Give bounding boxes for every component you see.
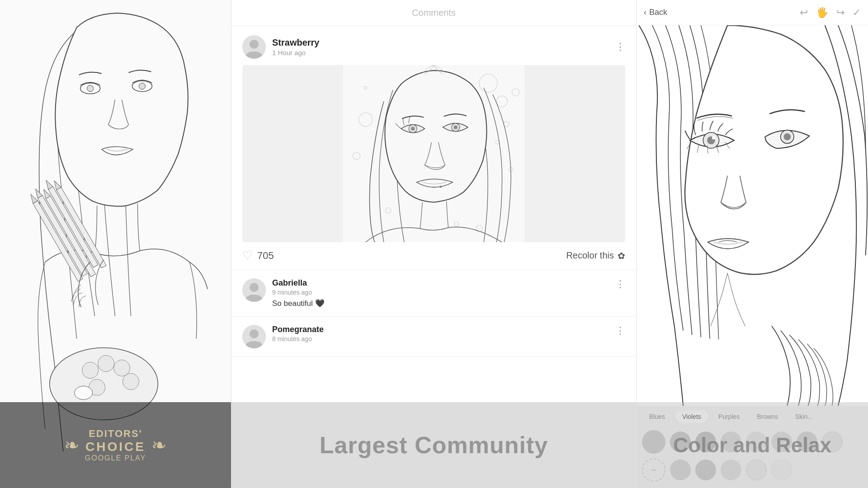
svg-point-45: [250, 329, 259, 338]
swatch-11[interactable]: [746, 460, 767, 480]
custom-color-swatch[interactable]: •••: [642, 458, 665, 482]
comment-avatar-1: [242, 325, 266, 348]
swatch-8[interactable]: [670, 460, 691, 480]
right-panel: ‹ Back ↩ 🖐 ↪ ✓: [637, 0, 868, 488]
color-tab-skin[interactable]: Skin...: [788, 410, 820, 423]
commenter-name-0: Gabriella: [272, 278, 325, 288]
left-panel: ❧ EDITORS' CHOICE GOOGLE PLAY ❧: [0, 0, 231, 488]
editors-choice-badge: ❧ EDITORS' CHOICE GOOGLE PLAY ❧: [0, 402, 231, 488]
comment-time-0: 9 minutes ago: [272, 289, 325, 296]
laurel-left-icon: ❧: [64, 435, 80, 455]
like-area[interactable]: ♡ 705: [242, 249, 274, 263]
swatch-7[interactable]: [822, 432, 843, 452]
like-count: 705: [257, 250, 274, 262]
post-more-icon[interactable]: ⋮: [615, 41, 625, 53]
back-chevron-icon: ‹: [644, 8, 646, 17]
swatch-0[interactable]: [642, 430, 665, 454]
post-username: Strawberry: [272, 38, 320, 48]
comment-time-1: 8 minutes ago: [272, 335, 324, 343]
recolor-icon: ✿: [618, 250, 625, 261]
comment-left-1: Pomegranate 8 minutes ago: [242, 325, 324, 348]
svg-point-16: [82, 362, 99, 378]
hand-icon[interactable]: 🖐: [816, 7, 828, 19]
svg-point-49: [712, 136, 716, 140]
comment-text-0: So beautiful 🖤: [272, 299, 325, 308]
editors-label: EDITORS': [85, 428, 146, 440]
svg-point-19: [123, 373, 139, 389]
svg-point-40: [454, 126, 458, 129]
choice-label: CHOICE: [85, 440, 146, 454]
svg-point-4: [139, 83, 145, 89]
svg-point-41: [439, 186, 442, 188]
comment-item-1: Pomegranate 8 minutes ago ⋮: [231, 317, 636, 357]
post-image: [242, 65, 625, 242]
google-play-label: GOOGLE PLAY: [85, 454, 146, 462]
back-label: Back: [649, 8, 667, 17]
svg-point-51: [784, 133, 791, 141]
color-tabs: Blues Violets Purples Browns Skin...: [642, 410, 863, 423]
back-button[interactable]: ‹ Back: [644, 8, 667, 17]
mid-bottom-label: Largest Community: [231, 402, 636, 488]
recolor-label: Recolor this: [566, 250, 614, 261]
check-icon[interactable]: ✓: [853, 7, 861, 19]
comment-info-1: Pomegranate 8 minutes ago: [272, 325, 324, 343]
undo-icon[interactable]: ↩: [800, 7, 808, 19]
post-user-info: Strawberry 1 Hour ago: [272, 38, 320, 56]
swatch-10[interactable]: [721, 460, 741, 480]
color-tab-blues[interactable]: Blues: [642, 410, 672, 423]
comment-left: Gabriella 9 minutes ago So beautiful 🖤: [242, 278, 325, 308]
comment-info-0: Gabriella 9 minutes ago So beautiful 🖤: [272, 278, 325, 308]
color-tab-violets[interactable]: Violets: [675, 410, 708, 423]
comment-avatar-0: [242, 278, 266, 302]
redo-icon[interactable]: ↪: [836, 7, 844, 19]
swatch-9[interactable]: [695, 460, 716, 480]
post-header: Strawberry 1 Hour ago ⋮: [242, 35, 625, 59]
middle-panel: Comments Strawberry 1 Hour ago ⋮: [231, 0, 637, 488]
post-timeago: 1 Hour ago: [272, 49, 320, 56]
comment-item: Gabriella 9 minutes ago So beautiful 🖤 ⋮: [231, 270, 636, 317]
post-card: Strawberry 1 Hour ago ⋮: [231, 26, 636, 270]
comments-header: Comments: [231, 0, 636, 26]
svg-point-38: [411, 127, 415, 131]
post-user-area: Strawberry 1 Hour ago: [242, 35, 320, 59]
swatch-5[interactable]: [771, 432, 792, 452]
recolor-button[interactable]: Recolor this ✿: [566, 250, 625, 261]
post-actions: ♡ 705 Recolor this ✿: [242, 249, 625, 263]
color-palette-section: Blues Violets Purples Browns Skin... •••: [637, 406, 868, 488]
svg-point-21: [75, 386, 93, 399]
swatch-2[interactable]: [695, 432, 716, 452]
svg-point-23: [250, 40, 259, 49]
svg-point-18: [114, 360, 130, 376]
svg-point-43: [250, 283, 259, 292]
right-toolbar: ‹ Back ↩ 🖐 ↪ ✓: [637, 0, 868, 25]
swatch-3[interactable]: [721, 432, 741, 452]
toolbar-icons: ↩ 🖐 ↪ ✓: [800, 7, 861, 19]
heart-icon[interactable]: ♡: [242, 249, 253, 263]
swatch-1[interactable]: [670, 432, 691, 452]
largest-community-label: Largest Community: [320, 432, 548, 459]
laurel-right-icon: ❧: [151, 435, 167, 455]
swatch-4[interactable]: [746, 432, 767, 452]
svg-point-2: [87, 85, 94, 92]
coloring-canvas: [637, 25, 868, 406]
comment-more-1[interactable]: ⋮: [615, 325, 625, 337]
commenter-name-1: Pomegranate: [272, 325, 324, 334]
color-tab-purples[interactable]: Purples: [711, 410, 747, 423]
svg-point-17: [98, 356, 114, 372]
color-tab-browns[interactable]: Browns: [750, 410, 785, 423]
swatch-12[interactable]: [771, 460, 792, 480]
color-swatches: •••: [642, 428, 863, 483]
comment-more-0[interactable]: ⋮: [615, 278, 625, 290]
post-avatar: [242, 35, 266, 59]
swatch-6[interactable]: [797, 432, 817, 452]
comments-title: Comments: [412, 8, 456, 18]
